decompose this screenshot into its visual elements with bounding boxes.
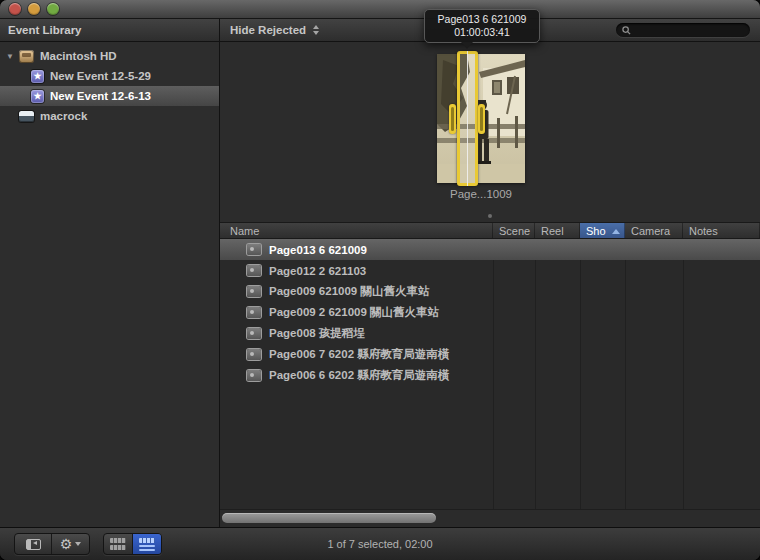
sidebar-item-new-event-12-5-29[interactable]: ★New Event 12-5-29: [0, 66, 219, 86]
filmstrip-area: Page...1009: [220, 42, 760, 210]
photo-clip-icon: [247, 328, 261, 339]
column-header-sho[interactable]: Sho: [580, 223, 625, 238]
photo-clip-icon: [247, 307, 261, 318]
table-row[interactable]: Page006 6 6202 縣府教育局遊南橫: [220, 365, 760, 386]
table-row[interactable]: Page009 2 621009 關山舊火車站: [220, 302, 760, 323]
skimmer-tooltip: Page013 6 621009 01:00:03:41: [424, 9, 540, 43]
table-row[interactable]: Page006 7 6202 縣府教育局遊南橫: [220, 344, 760, 365]
row-name: Page006 7 6202 縣府教育局遊南橫: [269, 347, 449, 362]
column-header-notes[interactable]: Notes: [683, 223, 760, 238]
sidebar-item-label: macrock: [40, 110, 87, 122]
event-star-icon: ★: [31, 90, 44, 103]
chevron-down-icon: [75, 542, 81, 546]
event-browser: Page...1009 NameSceneReelShoCameraNotes …: [220, 42, 760, 527]
row-name: Page009 2 621009 關山舊火車站: [269, 305, 439, 320]
toggle-event-library-button[interactable]: [15, 534, 52, 554]
pane-splitter[interactable]: [220, 210, 760, 222]
splitter-grip-icon: [488, 214, 492, 218]
sidebar-item-label: New Event 12-5-29: [50, 70, 151, 82]
column-label: Name: [230, 225, 259, 237]
action-menu-button[interactable]: ⚙: [52, 534, 89, 554]
column-label: Sho: [586, 225, 606, 237]
photo-clip-icon: [247, 370, 261, 381]
sidebar-controls-group: ⚙: [14, 533, 90, 555]
search-input[interactable]: [635, 24, 744, 37]
sidebar-tree: ▼Macintosh HD★New Event 12-5-29★New Even…: [0, 42, 220, 527]
filmstrip-clip[interactable]: [437, 54, 525, 183]
event-library-title: Event Library: [8, 24, 82, 36]
search-icon: [622, 26, 631, 35]
column-header-camera[interactable]: Camera: [625, 223, 683, 238]
sidebar-item-new-event-12-6-13[interactable]: ★New Event 12-6-13: [0, 86, 219, 106]
app-window: Event Library Hide Rejected ▼Macintosh H…: [0, 0, 760, 560]
row-name: Page013 6 621009: [269, 244, 367, 256]
table-row[interactable]: Page008 孩提稻埕: [220, 323, 760, 344]
clip-name-label: Page...1009: [397, 188, 565, 200]
filter-popup-button[interactable]: Hide Rejected: [230, 24, 319, 36]
row-name: Page008 孩提稻埕: [269, 326, 365, 341]
stepper-arrows-icon: [313, 25, 319, 35]
search-field[interactable]: [616, 23, 750, 37]
bottom-toolbar: 1 of 7 selected, 02:00 ⚙: [0, 527, 760, 560]
panel-collapse-icon: [26, 539, 41, 550]
disclosure-triangle-icon[interactable]: ▼: [6, 52, 19, 61]
column-label: Notes: [689, 225, 718, 237]
skimmer-playhead[interactable]: [467, 51, 468, 186]
sidebar-item-label: Macintosh HD: [40, 50, 117, 62]
row-name: Page009 621009 關山舊火車站: [269, 284, 429, 299]
column-label: Scene: [499, 225, 530, 237]
sidebar-item-label: New Event 12-6-13: [50, 90, 151, 102]
range-handle-left[interactable]: [449, 104, 456, 134]
gear-icon: ⚙: [60, 537, 73, 551]
list-view-icon: [139, 538, 155, 551]
tooltip-clip-name: Page013 6 621009: [427, 13, 537, 26]
macintosh-hd-icon: [19, 50, 34, 63]
scrollbar-thumb[interactable]: [222, 513, 436, 523]
list-view-button[interactable]: [133, 534, 161, 554]
table-body: Page013 6 621009Page012 2 621103Page009 …: [220, 239, 760, 509]
photo-clip-icon: [247, 265, 261, 276]
table-header: NameSceneReelShoCameraNotes: [220, 222, 760, 239]
filmstrip-view-button[interactable]: [104, 534, 133, 554]
titlebar[interactable]: [0, 0, 760, 19]
row-name: Page012 2 621103: [269, 265, 366, 277]
photo-clip-icon: [247, 244, 261, 255]
range-handle-right[interactable]: [478, 104, 485, 134]
table-row[interactable]: Page009 621009 關山舊火車站: [220, 281, 760, 302]
sort-ascending-icon: [612, 229, 620, 234]
filmstrip-view-icon: [110, 538, 126, 550]
photo-clip-icon: [247, 349, 261, 360]
event-star-icon: ★: [31, 70, 44, 83]
table-row[interactable]: Page013 6 621009: [220, 239, 760, 260]
main-content: ▼Macintosh HD★New Event 12-5-29★New Even…: [0, 42, 760, 527]
photo-clip-icon: [247, 286, 261, 297]
column-label: Camera: [631, 225, 670, 237]
event-library-header: Event Library: [0, 19, 220, 41]
sidebar-item-macintosh-hd[interactable]: ▼Macintosh HD: [0, 46, 219, 66]
column-header-reel[interactable]: Reel: [535, 223, 580, 238]
table-row[interactable]: Page012 2 621103: [220, 260, 760, 281]
minimize-button[interactable]: [28, 3, 40, 15]
column-header-scene[interactable]: Scene: [493, 223, 535, 238]
column-header-name[interactable]: Name: [220, 223, 493, 238]
sidebar-item-macrock[interactable]: macrock: [0, 106, 219, 126]
filter-label: Hide Rejected: [230, 24, 306, 36]
tooltip-timecode: 01:00:03:41: [427, 26, 537, 39]
close-button[interactable]: [9, 3, 21, 15]
column-label: Reel: [541, 225, 564, 237]
zoom-button[interactable]: [47, 3, 59, 15]
header-row: Event Library Hide Rejected: [0, 19, 760, 42]
horizontal-scrollbar[interactable]: [220, 509, 760, 527]
view-toggle-group: [103, 533, 162, 555]
drive-icon: [19, 111, 34, 122]
row-name: Page006 6 6202 縣府教育局遊南橫: [269, 368, 449, 383]
